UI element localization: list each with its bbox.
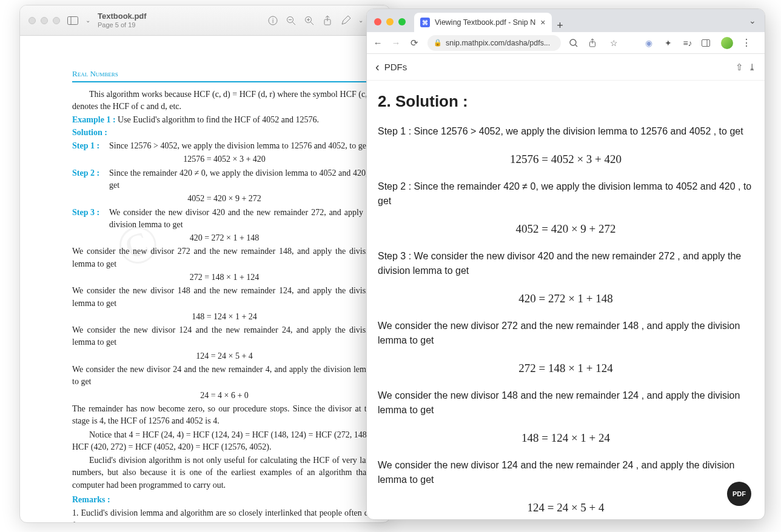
example-line: Example 1 : Use Euclid's algorithm to fi… [72,114,377,126]
star-icon[interactable]: ☆ [608,38,619,48]
math-equation: 124 = 24 × 5 + 4 [378,499,754,516]
content-area[interactable]: 2. Solution : Step 1 : Since 12576 > 405… [367,81,765,520]
minimize-dot[interactable] [386,18,394,25]
url-text: snip.mathpix.com/dasha/pdfs... [446,39,550,47]
close-dot[interactable] [28,17,36,24]
zoom-out-icon[interactable] [286,15,297,26]
step-text: Step 3 : We consider the new divisor 420… [378,249,754,279]
lock-icon: 🔒 [434,39,442,47]
equation: 12576 = 4052 × 3 + 420 [72,153,377,165]
avatar-icon[interactable] [721,37,733,49]
tabs-menu-icon[interactable]: ⌄ [749,16,756,25]
doc-title: Textbook.pdf [98,12,147,21]
header-rule [72,81,377,82]
svg-rect-0 [68,16,78,24]
svg-line-8 [311,22,314,25]
step-text: We consider the new divisor 124 and the … [378,458,754,488]
sidepanel-icon[interactable] [702,39,712,47]
new-tab-button[interactable]: + [552,19,569,32]
export-icon[interactable]: ⤓ [748,62,756,73]
url-field[interactable]: 🔒 snip.mathpix.com/dasha/pdfs... [427,35,561,51]
remarks-label: Remarks : [72,494,377,506]
preview-toolbar: ⌄ Textbook.pdf Page 5 of 19 i ⌄ [20,5,390,36]
equation: 420 = 272 × 1 + 148 [72,232,377,244]
paragraph: Notice that 4 = HCF (24, 4) = HCF (124, … [72,429,377,454]
zoom-dot[interactable] [53,17,60,24]
upload-icon[interactable]: ⇧ [736,62,743,73]
breadcrumb-label[interactable]: PDFs [384,62,407,72]
paragraph: We consider the new divisor 148 and the … [72,285,377,310]
playlist-icon[interactable]: ≡♪ [682,38,693,48]
math-equation: 272 = 148 × 1 + 124 [378,359,754,377]
favicon-icon: ⌘ [420,18,430,27]
pdf-page: © Real Numbers 5 This algorithm works be… [20,36,390,523]
zoom-in-icon[interactable] [304,15,315,26]
equation: 124 = 24 × 5 + 4 [72,350,377,362]
minimize-dot[interactable] [41,17,48,24]
svg-line-5 [293,22,296,25]
step-text: We consider the new divisor 272 and the … [378,319,754,349]
traffic-lights [374,18,406,25]
search-icon[interactable] [569,39,580,47]
equation: 148 = 124 × 1 + 24 [72,311,377,323]
info-icon[interactable]: i [267,15,278,26]
math-equation: 12576 = 4052 × 3 + 420 [378,150,754,168]
back-icon[interactable]: ← [373,38,383,48]
solution-label: Solution : [72,127,377,139]
paragraph: We consider the new divisor 272 and the … [72,245,377,270]
preview-window: ⌄ Textbook.pdf Page 5 of 19 i ⌄ © Real N… [19,5,390,523]
share-icon[interactable] [322,15,333,26]
chevron-down-icon[interactable]: ⌄ [358,17,363,24]
close-tab-icon[interactable]: × [540,18,545,27]
step-1: Step 1 :Since 12576 > 4052, we apply the… [72,140,377,152]
puzzle-icon[interactable]: ✦ [663,38,674,48]
svg-point-14 [570,39,576,45]
traffic-lights [28,17,60,24]
step-text: Step 2 : Since the remainder 420 ≠ 0, we… [378,179,754,210]
chevron-down-icon[interactable]: ⌄ [85,17,90,24]
paragraph: Euclid's division algorithm is not only … [72,454,377,491]
browser-window: ⌘ Viewing Textbook.pdf - Snip N × + ⌄ ← … [366,8,765,520]
math-equation: 420 = 272 × 1 + 148 [378,290,754,307]
reload-icon[interactable]: ⟳ [409,38,419,48]
markup-icon[interactable] [340,15,351,26]
step-3: Step 3 :We consider the new divisor 420 … [72,207,377,231]
paragraph: We consider the new divisor 124 and the … [72,324,377,349]
tab-active[interactable]: ⌘ Viewing Textbook.pdf - Snip N × [414,13,552,32]
equation: 272 = 148 × 1 + 124 [72,271,377,284]
step-text: Step 1 : Since 12576 > 4052, we apply th… [378,124,754,139]
close-dot[interactable] [374,18,381,25]
equation: 4052 = 420 × 9 + 272 [72,193,377,205]
kebab-menu-icon[interactable]: ⋮ [742,37,751,48]
tab-title: Viewing Textbook.pdf - Snip N [435,18,535,27]
math-equation: 4052 = 420 × 9 + 272 [378,220,754,238]
breadcrumb-row: ‹ PDFs ⇧ ⤓ [367,54,765,81]
step-2: Step 2 :Since the remainder 420 ≠ 0, we … [72,167,377,192]
zoom-dot[interactable] [398,18,406,25]
page-indicator: Page 5 of 19 [98,21,147,29]
forward-icon[interactable]: → [391,38,401,48]
tab-strip: ⌘ Viewing Textbook.pdf - Snip N × + ⌄ [367,9,765,32]
svg-text:i: i [272,18,273,24]
paragraph: We consider the new divisor 24 and the n… [72,364,377,388]
svg-rect-18 [702,39,710,46]
step-text: We consider the new divisor 148 and the … [378,388,754,419]
remark-1: 1. Euclid's division lemma and algorithm… [72,507,377,523]
math-equation: 148 = 124 × 1 + 24 [378,429,754,447]
extension-icon[interactable]: ◉ [643,38,654,48]
sidebar-toggle-icon[interactable] [67,15,78,26]
url-bar-row: ← → ⟳ 🔒 snip.mathpix.com/dasha/pdfs... ☆… [367,32,765,54]
pdf-fab-button[interactable]: PDF [727,482,751,506]
section-heading: 2. Solution : [378,89,754,113]
equation: 24 = 4 × 6 + 0 [72,390,377,402]
share-icon[interactable] [589,39,600,47]
svg-line-15 [575,45,577,47]
paragraph: The remainder has now become zero, so ou… [72,403,377,428]
running-header: Real Numbers [72,68,118,80]
back-chevron-icon[interactable]: ‹ [375,60,380,74]
intro-paragraph: This algorithm works because HCF (c, d) … [72,88,377,113]
title-block: Textbook.pdf Page 5 of 19 [98,12,147,29]
